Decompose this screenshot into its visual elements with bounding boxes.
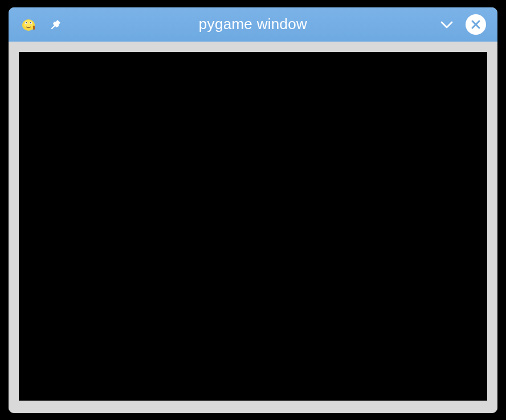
- close-button[interactable]: [466, 14, 486, 35]
- window-title: pygame window: [199, 15, 307, 33]
- svg-line-7: [52, 26, 55, 28]
- svg-point-4: [26, 22, 27, 23]
- svg-point-1: [24, 20, 33, 28]
- application-window: pygame window: [9, 7, 497, 413]
- titlebar-left-group: [20, 16, 62, 33]
- titlebar[interactable]: pygame window: [9, 7, 497, 42]
- pygame-snake-icon: [20, 16, 37, 33]
- pin-icon[interactable]: [50, 18, 62, 31]
- svg-rect-6: [33, 26, 35, 30]
- minimize-chevron-icon[interactable]: [438, 16, 455, 33]
- titlebar-right-group: [438, 14, 486, 35]
- close-icon: [470, 19, 481, 30]
- pygame-canvas[interactable]: [19, 52, 487, 401]
- window-content-frame: [9, 42, 497, 413]
- svg-point-5: [30, 22, 31, 23]
